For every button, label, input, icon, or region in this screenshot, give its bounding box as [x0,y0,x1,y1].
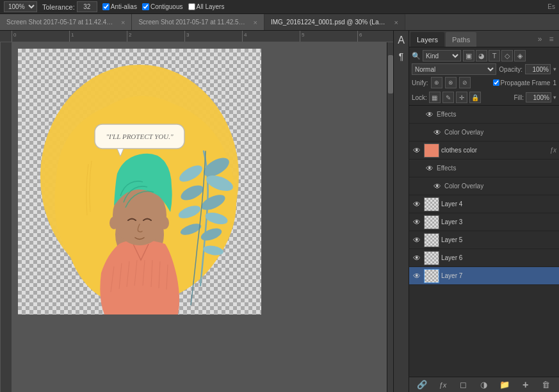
kind-row: 🔍 Kind ▣ ◕ T ◇ ◈ [412,50,556,61]
layer-name-5: Layer 5 [441,236,556,243]
lock-row: Lock: ▦ ✎ ✛ 🔒 Fill: ▾ [412,92,556,105]
effects-group-1[interactable]: 👁 Effects [409,106,559,124]
add-mask-btn[interactable]: ◻ [458,379,469,391]
new-fill-btn[interactable]: ◑ [478,379,490,391]
contiguous-control[interactable]: Contiguous [142,3,183,10]
eye-color-overlay-1[interactable]: 👁 [432,127,442,138]
layer-thumb-6 [424,251,439,265]
panel-tab-actions: » ≡ [535,31,559,47]
color-overlay-1[interactable]: 👁 Color Overlay [409,124,559,142]
layer-type-shape[interactable]: ◇ [501,50,513,61]
layer-thumb-4 [424,197,439,211]
scrollbar-thumb[interactable] [388,55,393,94]
tab-screenshot1[interactable]: Screen Shot 2017-05-17 at 11.42.46 PM.pn… [0,14,132,30]
zoom-select[interactable]: 100% [4,1,37,12]
layer-name-clothes: clothes color [441,147,547,154]
panel-menu-btn[interactable]: ≡ [546,34,556,44]
tab-psd[interactable]: IMG_20161224_0001.psd @ 30% (Layer 7, RG… [264,14,405,30]
color-overlay-2[interactable]: 👁 Color Overlay [409,177,559,195]
propagate-label[interactable]: Propagate Frame 1 [493,79,556,86]
eye-effects-1[interactable]: 👁 [425,110,435,120]
propagate-text: Propagate Frame [501,79,551,86]
layer-thumb-7 [424,269,439,283]
blend-mode-select[interactable]: Normal [412,63,496,75]
eye-layer4[interactable]: 👁 [412,199,422,209]
unify-position[interactable]: ⊕ [431,77,442,88]
lock-position[interactable]: ✛ [456,92,467,103]
eye-layer7[interactable]: 👁 [412,271,422,281]
tab-close-3[interactable]: × [394,19,398,26]
effects-group-2[interactable]: 👁 Effects [409,159,559,177]
layer-7[interactable]: 👁 Layer 7 [409,267,559,285]
ruler-mark-6: 6 [357,31,393,42]
unify-visibility[interactable]: ⊘ [459,77,471,88]
ruler-mark-3: 3 [184,31,242,42]
unify-style[interactable]: ⊗ [445,77,457,88]
layer-clothes-color[interactable]: 👁 clothes color ƒx [409,142,559,159]
ruler-mark-2: 2 [127,31,184,42]
opacity-input[interactable] [525,64,551,74]
layer-name-7: Layer 7 [441,272,556,279]
eye-layer6[interactable]: 👁 [412,253,422,263]
link-layers-btn[interactable]: 🔗 [416,379,428,391]
tab-bar: Screen Shot 2017-05-17 at 11.42.46 PM.pn… [0,14,559,31]
fill-input[interactable] [526,92,551,102]
layers-list[interactable]: 👁 Effects 👁 Color Overlay 👁 clothes colo… [409,106,559,377]
paragraph-tool[interactable]: ¶ [394,49,409,63]
opacity-arrow[interactable]: ▾ [553,66,556,72]
all-layers-checkbox[interactable] [188,3,195,10]
anti-alias-control[interactable]: Anti-alias [102,3,137,10]
eye-layer3[interactable]: 👁 [412,217,422,227]
layer-5[interactable]: 👁 Layer 5 [409,231,559,249]
eye-color-overlay-2[interactable]: 👁 [432,181,442,192]
propagate-value: 1 [553,79,556,86]
layer-3[interactable]: 👁 Layer 3 [409,213,559,231]
tab-label-3: IMG_20161224_0001.psd @ 30% (Layer 7, RG… [271,19,389,26]
layer-thumb-5 [424,233,439,247]
tab-close-2[interactable]: × [253,19,257,26]
eye-effects-2[interactable]: 👁 [425,163,435,174]
kind-select[interactable]: Kind [423,50,461,61]
lock-transparent[interactable]: ▦ [429,92,441,103]
tab-paths[interactable]: Paths [446,32,476,47]
all-layers-control[interactable]: All Layers [188,3,225,10]
lock-pixels[interactable]: ✎ [442,92,454,103]
tolerance-label: Tolerance: [42,3,75,11]
canvas-content[interactable]: "I'LL PROTECT YOU." [12,42,387,392]
new-group-btn[interactable]: 📁 [499,379,510,391]
panel-tabs: Layers Paths » ≡ [409,31,559,47]
canvas-vertical-scrollbar[interactable] [387,42,393,392]
delete-layer-btn[interactable]: 🗑 [540,379,552,391]
text-tool[interactable]: A [394,33,409,47]
layer-type-smart[interactable]: ◈ [514,50,526,61]
propagate-checkbox[interactable] [493,79,499,86]
tab-label-1: Screen Shot 2017-05-17 at 11.42.46 PM.pn… [6,19,115,26]
tab-layers[interactable]: Layers [410,32,444,47]
tab-close-1[interactable]: × [121,19,125,26]
new-layer-btn[interactable]: + [520,379,531,391]
ruler-marks: 0 1 2 3 4 5 6 7 [12,31,393,42]
layer-4[interactable]: 👁 Layer 4 [409,195,559,213]
illustration-svg: "I'LL PROTECT YOU." [18,49,261,314]
eye-clothes-color[interactable]: 👁 [412,145,422,156]
contiguous-checkbox[interactable] [142,3,149,10]
layer-type-text[interactable]: T [489,50,500,61]
eye-layer5[interactable]: 👁 [412,235,422,245]
opacity-label: Opacity: [499,66,523,73]
layer-type-adjust[interactable]: ◕ [476,50,487,61]
fill-arrow[interactable]: ▾ [553,94,556,101]
add-fx-btn[interactable]: ƒx [437,379,448,391]
zoom-control[interactable]: 100% [4,1,37,12]
tab-screenshot2[interactable]: Screen Shot 2017-05-17 at 11.42.58 PM.pn… [132,14,264,30]
color-overlay-label-1: Color Overlay [444,129,556,136]
anti-alias-checkbox[interactable] [102,3,109,10]
panel-expand-btn[interactable]: » [535,34,545,44]
layers-bottom-toolbar: 🔗 ƒx ◻ ◑ 📁 + 🗑 [409,377,559,392]
ruler-mark-0: 0 [12,31,69,42]
blend-row: Normal Opacity: ▾ [412,63,556,75]
lock-all[interactable]: 🔒 [469,92,481,103]
layer-6[interactable]: 👁 Layer 6 [409,249,559,267]
layer-thumb-3 [424,215,439,229]
layer-type-pixel[interactable]: ▣ [463,50,474,61]
tolerance-input[interactable] [77,1,97,12]
